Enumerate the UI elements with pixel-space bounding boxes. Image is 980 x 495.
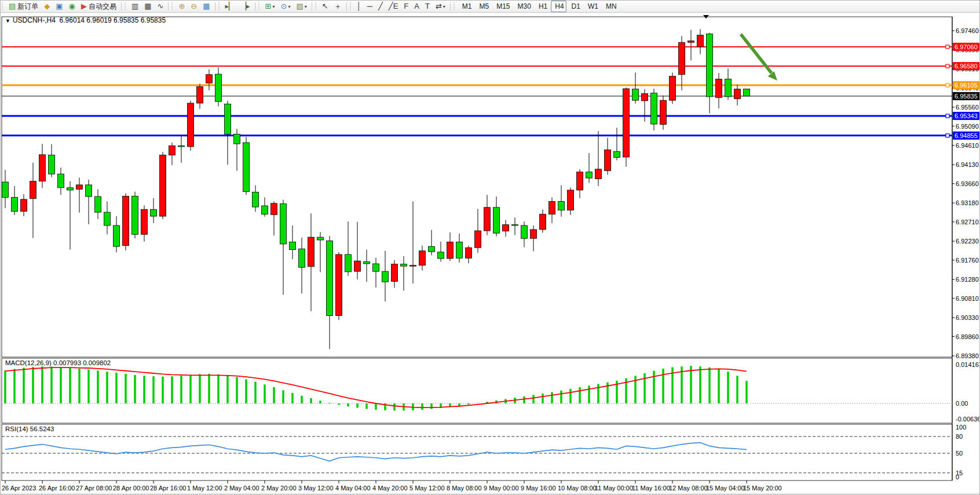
tile-windows-button[interactable]: ▦ bbox=[200, 1, 212, 12]
toolbar-grip[interactable] bbox=[171, 2, 174, 10]
timeframe-d1[interactable]: D1 bbox=[568, 1, 583, 12]
candle-body bbox=[290, 242, 296, 250]
bar-chart-button[interactable]: ▥ bbox=[129, 1, 141, 12]
candle-body bbox=[697, 35, 704, 47]
zoom-out-button[interactable]: ⊖ bbox=[188, 1, 199, 12]
toolbar-separator bbox=[255, 2, 255, 11]
new-chart-button[interactable]: ⊞▾ bbox=[263, 1, 277, 12]
resistance-line-2-anchor[interactable] bbox=[946, 64, 949, 68]
toolbar-grip[interactable] bbox=[350, 2, 353, 10]
candle-body bbox=[419, 251, 426, 265]
candle-body bbox=[605, 150, 611, 171]
auto-trading-button[interactable]: ▶自动交易 bbox=[79, 1, 119, 12]
toolbar-grip[interactable] bbox=[454, 2, 456, 10]
auto-trading-button-label: 自动交易 bbox=[89, 2, 116, 12]
toolbar-grip[interactable] bbox=[2, 2, 5, 10]
candle bbox=[123, 193, 129, 250]
new-order-button-label: 新订单 bbox=[17, 2, 38, 12]
symbol-dropdown-icon[interactable]: ▼ bbox=[5, 18, 10, 24]
candle-body bbox=[392, 264, 398, 282]
time-tick-label: 26 Apr 16:00 bbox=[39, 485, 75, 492]
time-tick-label: 5 May 12:00 bbox=[409, 485, 445, 492]
tile-windows-button-icon: ▦ bbox=[203, 1, 210, 12]
candle-body bbox=[354, 261, 361, 271]
cursor-tool-button[interactable]: ↖ bbox=[320, 1, 331, 12]
horizontal-line-tool[interactable]: ─ bbox=[365, 1, 375, 12]
line-chart-button[interactable]: ∿ bbox=[155, 1, 166, 12]
toolbar-group: ⊞▾⊙▾▨▾ bbox=[257, 1, 310, 12]
chevron-down-icon[interactable]: ▾ bbox=[443, 4, 445, 9]
toolbar-grip[interactable] bbox=[258, 2, 261, 10]
timeframe-m5[interactable]: M5 bbox=[476, 1, 492, 12]
toolbar-group: M1M5M15M30H1H4D1W1MN bbox=[452, 1, 620, 12]
price-axis[interactable]: 6.974606.969906.965106.960406.955606.950… bbox=[952, 27, 979, 359]
toolbar-separator bbox=[168, 2, 169, 11]
price-tick-label: 6.95090 bbox=[956, 123, 979, 130]
equidistant-channel-tool[interactable]: ╱E bbox=[386, 1, 401, 12]
vertical-line-tool[interactable]: │ bbox=[354, 1, 364, 12]
data-window-button[interactable]: ▣ bbox=[53, 1, 65, 12]
timeframe-m15-label: M15 bbox=[496, 2, 510, 10]
chart-shift-button-icon: ▕▸ bbox=[240, 1, 250, 12]
market-watch-button-icon: ◆ bbox=[44, 1, 50, 12]
timeframe-m30[interactable]: M30 bbox=[514, 1, 533, 12]
candle-body bbox=[707, 34, 713, 97]
candle bbox=[623, 88, 630, 167]
timeframe-h1[interactable]: H1 bbox=[535, 1, 550, 12]
support-line-1-anchor[interactable] bbox=[946, 114, 949, 118]
toolbar-grip[interactable] bbox=[125, 2, 127, 10]
candle-body bbox=[503, 225, 509, 231]
candle-body bbox=[86, 185, 92, 196]
time-tick-label: 3 May 12:00 bbox=[298, 485, 334, 492]
support-line-2-anchor[interactable] bbox=[946, 134, 949, 137]
time-tick-label: 15 May 04:00 bbox=[706, 485, 745, 492]
timeframe-w1[interactable]: W1 bbox=[584, 1, 601, 12]
market-watch-button[interactable]: ◆ bbox=[42, 1, 52, 12]
candle bbox=[336, 252, 342, 320]
candle-body bbox=[123, 196, 129, 245]
text-tool[interactable]: A bbox=[412, 1, 422, 12]
templates-button[interactable]: ▨▾ bbox=[294, 1, 309, 12]
candle-body bbox=[688, 41, 694, 42]
timeframe-m1[interactable]: M1 bbox=[458, 1, 474, 12]
new-order-button[interactable]: ▤新订单 bbox=[6, 1, 41, 12]
candle-body bbox=[104, 212, 111, 225]
timeframe-h4[interactable]: H4 bbox=[551, 1, 566, 12]
candle-body bbox=[725, 79, 732, 97]
chart-shift-button[interactable]: ▕▸ bbox=[238, 1, 253, 12]
candle-body bbox=[429, 246, 435, 252]
auto-scroll-button[interactable]: ▸▏ bbox=[223, 1, 237, 12]
templates-button-icon: ▨ bbox=[296, 1, 303, 12]
zoom-out-button-icon: ⊖ bbox=[191, 1, 197, 12]
chevron-down-icon[interactable]: ▾ bbox=[273, 4, 275, 9]
timeframe-m15[interactable]: M15 bbox=[492, 1, 512, 12]
resistance-line-1-anchor[interactable] bbox=[946, 45, 949, 49]
line-chart-button-icon: ∿ bbox=[158, 1, 164, 12]
candle-body bbox=[215, 74, 222, 101]
candlestick-chart-button[interactable]: ▦ bbox=[142, 1, 153, 12]
window-bottom-edge bbox=[1, 493, 980, 495]
text-label-tool[interactable]: T bbox=[423, 1, 432, 12]
periodicity-button[interactable]: ⊙▾ bbox=[279, 1, 293, 12]
candle-body bbox=[234, 134, 240, 144]
toolbar-grip[interactable] bbox=[218, 2, 221, 10]
trendline-tool[interactable]: ╱ bbox=[376, 1, 385, 12]
pivot-line-anchor[interactable] bbox=[946, 83, 949, 87]
price-tick-label: 6.93180 bbox=[956, 199, 979, 206]
zoom-in-button[interactable]: ⊕ bbox=[176, 1, 187, 12]
time-axis[interactable]: 26 Apr 202326 Apr 16:0027 Apr 08:0028 Ap… bbox=[2, 481, 782, 492]
fibonacci-tool[interactable]: F bbox=[401, 1, 411, 12]
chart-canvas[interactable]: 6.974606.969906.965106.960406.955606.950… bbox=[1, 1, 980, 495]
navigator-button[interactable]: ◉ bbox=[67, 1, 78, 12]
crosshair-tool-button[interactable]: ＋ bbox=[332, 1, 344, 12]
candle-body bbox=[558, 201, 565, 210]
chevron-down-icon[interactable]: ▾ bbox=[305, 4, 307, 9]
toolbar-grip[interactable] bbox=[315, 2, 318, 10]
candle-body bbox=[623, 89, 630, 157]
time-tick-label: 27 Apr 08:00 bbox=[76, 485, 112, 492]
toolbar-group: ▥▦∿ bbox=[123, 1, 167, 12]
timeframe-mn[interactable]: MN bbox=[602, 1, 619, 12]
chevron-down-icon[interactable]: ▾ bbox=[288, 4, 290, 9]
arrows-tool[interactable]: ⇄▾ bbox=[433, 1, 448, 12]
candle-body bbox=[299, 249, 305, 267]
